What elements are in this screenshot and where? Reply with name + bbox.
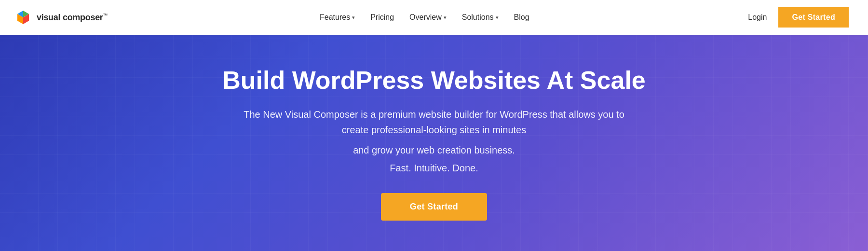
nav-item-overview[interactable]: Overview ▾ [403, 9, 453, 26]
nav-item-blog[interactable]: Blog [507, 9, 536, 26]
hero-cta-button[interactable]: Get Started [381, 193, 487, 221]
nav-item-solutions[interactable]: Solutions ▾ [455, 9, 505, 26]
navbar-actions: Login Get Started [741, 7, 849, 28]
logo-icon [14, 9, 32, 26]
nav-item-features[interactable]: Features ▾ [313, 9, 362, 26]
hero-tagline: Fast. Intuitive. Done. [390, 163, 478, 174]
features-chevron-icon: ▾ [352, 14, 355, 21]
hero-subtitle: The New Visual Composer is a premium web… [236, 107, 632, 138]
navbar: visual composer™ Features ▾ Pricing Over… [0, 0, 868, 35]
hero-section: Build WordPress Websites At Scale The Ne… [0, 35, 868, 251]
hero-subtitle-2: and grow your web creation business. [353, 142, 515, 158]
overview-chevron-icon: ▾ [444, 14, 447, 21]
hero-title: Build WordPress Websites At Scale [222, 65, 646, 95]
navbar-nav: Features ▾ Pricing Overview ▾ Solutions … [313, 9, 536, 26]
logo[interactable]: visual composer™ [14, 9, 108, 26]
logo-text: visual composer™ [37, 13, 108, 23]
get-started-nav-button[interactable]: Get Started [778, 7, 849, 28]
nav-item-pricing[interactable]: Pricing [364, 9, 401, 26]
login-button[interactable]: Login [741, 9, 773, 26]
solutions-chevron-icon: ▾ [496, 14, 499, 21]
